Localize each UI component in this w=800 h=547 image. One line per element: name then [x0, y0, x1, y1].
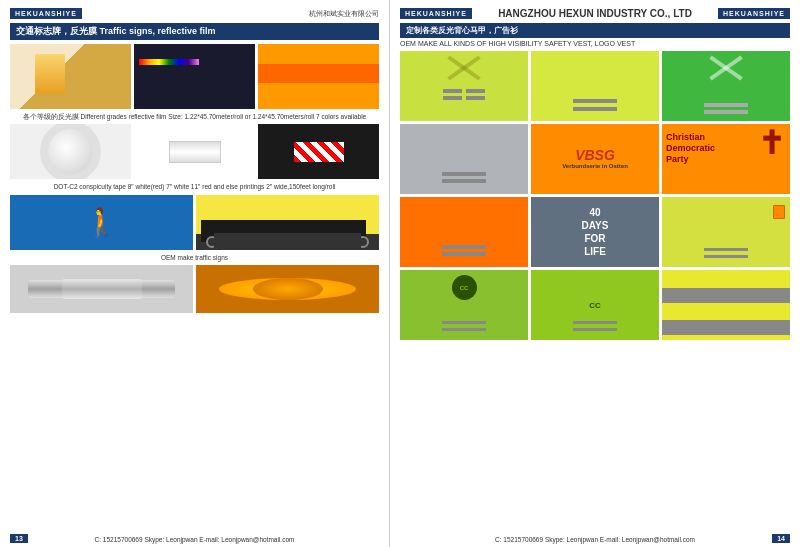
caption-1: 各个等级的反光膜 Different grades reflective fil…: [10, 113, 379, 121]
vest-row-1: [400, 51, 790, 121]
roll-row: [10, 124, 379, 179]
vest-image-4: [400, 124, 528, 194]
tape-row: [10, 265, 379, 313]
right-section-title: 定制各类反光背心马甲，广告衫: [400, 23, 790, 38]
footer-left: C: 15215700669 Skype: Leonjpwan E-mail: …: [30, 536, 359, 543]
vest-row-4: CC CC: [400, 270, 790, 340]
christian-text-3: Party: [666, 154, 715, 165]
vest-40days: 40 DAYS FOR LIFE: [531, 197, 659, 267]
page-number-left: 13: [10, 534, 28, 543]
brand-logo-left: HEKUANSHIYE: [10, 8, 82, 19]
vest-row-2: VBSG Verbundserie in Ostten ✝ Christian …: [400, 124, 790, 194]
roll-image-2: [134, 124, 255, 179]
vest-image-10: CC: [400, 270, 528, 340]
film-image-1: [10, 44, 131, 109]
company-name-left: 杭州和斌实业有限公司: [309, 9, 379, 19]
vest-image-12: [662, 270, 790, 340]
left-section-title: 交通标志牌，反光膜 Traffic signs, reflective film: [10, 23, 379, 40]
vest-row-3: 40 DAYS FOR LIFE: [400, 197, 790, 267]
christian-text-1: Christian: [666, 132, 715, 143]
right-page: HEKUANSHIYE HANGZHOU HEXUN INDUSTRY CO.,…: [390, 0, 800, 547]
traffic-sign-row: [10, 195, 379, 250]
vest-image-1: [400, 51, 528, 121]
vest-image-7: [400, 197, 528, 267]
right-header: HEKUANSHIYE HANGZHOU HEXUN INDUSTRY CO.,…: [400, 8, 790, 19]
vest-image-9: [662, 197, 790, 267]
reflective-film-row1: [10, 44, 379, 109]
vest-image-2: [531, 51, 659, 121]
right-sub-title: OEM MAKE ALL KINDS OF HIGH VISIBILITY SA…: [400, 40, 790, 47]
company-name-right: HANGZHOU HEXUN INDUSTRY CO., LTD: [472, 8, 718, 19]
vbsg-sub: Verbundserie in Ostten: [562, 163, 628, 170]
footer-right: C: 15215700669 Skype: Leonjpwan E-mail: …: [420, 536, 770, 543]
caption-3: OEM make traffic signs: [10, 254, 379, 262]
tape-image-1: [10, 265, 193, 313]
brand-logo-right2: HEKUANSHIYE: [718, 8, 790, 19]
christian-text-2: Democratic: [666, 143, 715, 154]
brand-logo-right: HEKUANSHIYE: [400, 8, 472, 19]
film-image-2: [134, 44, 255, 109]
page-number-right: 14: [772, 534, 790, 543]
film-image-3: [258, 44, 379, 109]
left-page: HEKUANSHIYE 杭州和斌实业有限公司 交通标志牌，反光膜 Traffic…: [0, 0, 390, 547]
vest-christian: ✝ Christian Democratic Party: [662, 124, 790, 194]
vest-vbsg: VBSG Verbundserie in Ostten: [531, 124, 659, 194]
left-header: HEKUANSHIYE 杭州和斌实业有限公司: [10, 8, 379, 19]
vbsg-text: VBSG: [562, 148, 628, 163]
tape-image-2: [196, 265, 379, 313]
roll-image-1: [10, 124, 131, 179]
vest-image-3: [662, 51, 790, 121]
traffic-sign-image-2: [196, 195, 379, 250]
traffic-sign-image-1: [10, 195, 193, 250]
caption-2: DOT-C2 conspicuity tape 8" white(red) 7"…: [10, 183, 379, 191]
page-spread: HEKUANSHIYE 杭州和斌实业有限公司 交通标志牌，反光膜 Traffic…: [0, 0, 800, 547]
vest-image-11: CC: [531, 270, 659, 340]
roll-image-3: [258, 124, 379, 179]
